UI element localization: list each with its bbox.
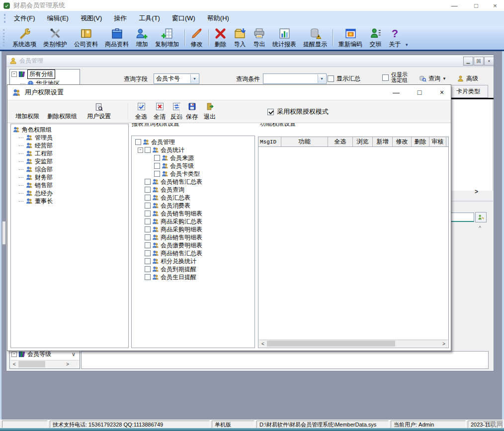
menu-item-edit[interactable]: 编辑(E) [43,12,73,24]
checkbox-icon[interactable] [145,242,151,248]
scroll-right-icon[interactable]: > [475,188,478,195]
role-tree-item[interactable]: 董事长 [11,197,128,205]
checkbox-icon[interactable] [154,163,160,169]
toolbar-reminder-display-button[interactable]: 提醒显示 [300,26,331,49]
advanced-button[interactable]: 高级 [455,72,480,84]
dialog-minimize-button[interactable]: — [389,86,403,99]
report-tree-item[interactable]: -会员统计 [132,146,254,154]
search-button[interactable]: 查询 ▼ [417,72,448,84]
report-tree-item[interactable]: 会员销售明细表 [132,210,254,217]
role-tree-item[interactable]: 工程部 [11,149,128,157]
member-maximize-button[interactable]: 回 [474,57,484,66]
clear-all-button[interactable]: 全清 [151,102,168,121]
only-selected-group-checkbox[interactable]: 仅显示选定组 [382,72,408,83]
dialog-maximize-button[interactable]: □ [413,86,426,99]
collapse-icon[interactable]: - [138,147,143,153]
member-close-button[interactable]: × [484,57,494,66]
report-tree-item[interactable]: 会员生日提醒 [132,273,254,281]
menu-item-view[interactable]: 视图(V) [77,12,106,24]
exit-button[interactable]: 退出 [201,102,218,121]
add-permission-button[interactable]: 增加权限 [15,112,39,121]
toolbar-export-button[interactable]: 导出 [250,26,269,49]
checkbox-icon[interactable] [328,75,334,82]
checkbox-icon[interactable] [145,147,151,153]
minimize-button[interactable]: — [446,0,462,11]
checkbox-icon[interactable] [145,203,151,209]
query-condition-combobox[interactable]: ▼ [263,73,327,84]
select-all-button[interactable]: 全选 [133,102,150,121]
checkbox-icon[interactable] [154,155,160,161]
save-button[interactable]: 保存 [183,102,200,121]
chevron-down-icon[interactable]: ∨ [72,351,76,358]
report-tree-item[interactable]: 商品销售汇总表 [132,249,254,257]
menu-item-window[interactable]: 窗口(W) [168,12,199,24]
role-tree-item[interactable]: 总经办 [11,189,128,197]
scrollbar-thumb[interactable] [267,341,395,347]
toolbar-product-info-button[interactable]: 商品资料 [101,26,132,49]
toolbar-import-button[interactable]: 导入 [230,26,250,49]
toolbar-copy-add-button[interactable]: 复制增加 [152,26,182,49]
report-tree-item[interactable]: 会员查询 [132,186,254,194]
checkbox-icon[interactable] [145,250,151,256]
checkbox-icon[interactable] [145,274,151,280]
toolbar-shift-change-button[interactable]: 交班 [366,26,385,49]
show-total-checkbox[interactable]: 显示汇总 [328,74,360,83]
checkbox-icon[interactable] [145,258,151,264]
checkbox-icon[interactable] [145,226,151,232]
scroll-right-icon[interactable]: > [440,341,447,347]
report-tree-item[interactable]: 会员到期提醒 [132,265,254,273]
report-tree-item[interactable]: 商品销售明细表 [132,233,254,241]
tree-horizontal-scrollbar[interactable]: < > [10,360,79,368]
report-tree-item[interactable]: 会员等级 [132,162,254,170]
report-tree-item[interactable]: 积分兑换统计 [132,257,254,265]
toolbar-delete-button[interactable]: 删除 [211,26,230,49]
report-tree-item[interactable]: 商品采购明细表 [132,225,254,233]
checkbox-icon[interactable] [145,179,151,185]
query-field-combobox[interactable]: 会员卡号 ▼ [154,73,199,84]
checkbox-icon[interactable] [145,211,151,216]
role-tree-item[interactable]: 综合部 [11,165,128,173]
report-tree-item[interactable]: 会员管理 [132,138,254,146]
collapse-icon[interactable]: - [11,72,17,77]
splitter-grip[interactable] [2,221,6,245]
toolbar-company-info-button[interactable]: 公司资料 [71,26,101,49]
checkbox-icon[interactable] [154,171,160,177]
role-tree-item[interactable]: 经营部 [11,142,128,149]
checkbox-icon[interactable] [135,139,141,145]
report-tree-item[interactable]: 会员卡类型 [132,170,254,178]
toolbar-category-maintain-button[interactable]: 类别维护 [40,26,71,49]
menu-item-help[interactable]: 帮助(H) [203,12,233,24]
toolbar-recode-button[interactable]: 重新编码 [335,26,366,49]
delete-permission-group-button[interactable]: 删除权限组 [47,112,77,121]
report-tree-item[interactable]: 会员汇总表 [132,194,254,202]
scroll-left-icon[interactable]: < [11,361,18,367]
toolbar-add-button[interactable]: 增加 [132,26,152,49]
scroll-up-icon[interactable]: ^ [479,225,481,231]
report-tree-item[interactable]: 会员消费表 [132,202,254,210]
role-tree-item[interactable]: 财务部 [11,173,128,181]
report-tree-item[interactable]: 商品采购汇总表 [132,217,254,225]
toolbar-system-options-button[interactable]: 系统选项 [9,26,40,49]
auth-mode-checkbox[interactable]: 采用权限授权模式 [267,107,329,116]
close-button[interactable]: × [487,0,503,11]
menu-item-operation[interactable]: 操作 [110,12,131,24]
tree-node-all-groups[interactable]: - 所有分组 [10,70,80,79]
member-minimize-button[interactable]: ▁ [463,57,473,66]
dialog-close-button[interactable]: × [435,86,449,99]
scrollbar-thumb[interactable] [18,361,45,367]
scroll-right-icon[interactable]: > [64,361,71,367]
checkbox-icon[interactable] [145,187,151,193]
maximize-button[interactable]: □ [468,0,484,11]
menu-item-tools[interactable]: 工具(T) [135,12,164,24]
chevron-down-icon[interactable]: ▼ [318,74,326,83]
checkbox-icon[interactable] [382,74,389,81]
checkbox-icon[interactable] [145,218,151,224]
checkbox-icon[interactable] [145,195,151,201]
collapse-icon[interactable]: - [11,352,17,357]
role-tree-item[interactable]: 安监部 [11,157,128,165]
checkbox-icon[interactable] [145,266,151,272]
role-tree-item[interactable]: 销售部 [11,181,128,189]
user-settings-button[interactable]: 用户设置 [87,103,111,121]
toolbar-edit-button[interactable]: 修改 [187,26,206,49]
report-tree-item[interactable]: 会员来源 [132,154,254,162]
